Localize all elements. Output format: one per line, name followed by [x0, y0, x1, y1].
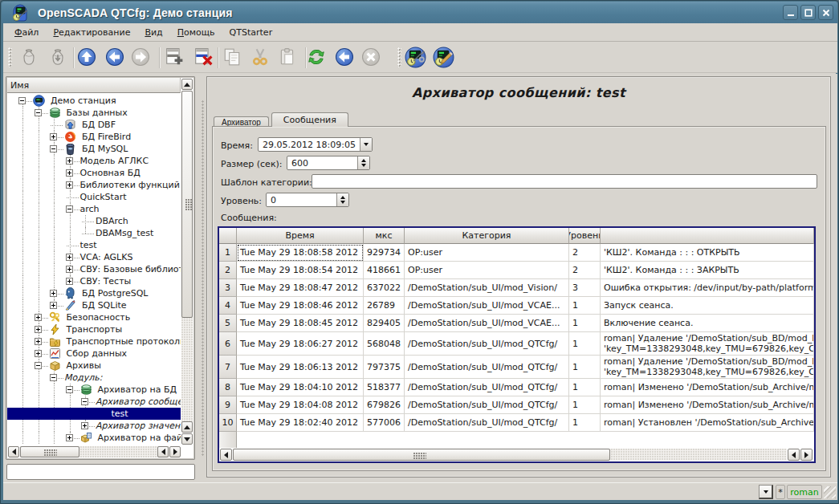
row-number[interactable]: 10	[219, 414, 237, 432]
table-column-col0[interactable]	[219, 228, 237, 244]
cell-level[interactable]: 1	[569, 332, 601, 356]
tree-expander-plus[interactable]	[66, 254, 73, 261]
time-field[interactable]: 29.05.2012 18:09:05	[258, 137, 373, 152]
tree-item-dbarch[interactable]: DBArch	[7, 215, 181, 227]
cell-message[interactable]: roman| Удаление '/DemoStation/sub_BD/mod…	[601, 356, 814, 379]
go-back-button[interactable]	[102, 44, 128, 70]
tree-item-бд-sqlite[interactable]: БД SQLite	[7, 299, 181, 311]
cut-item-button[interactable]	[247, 44, 273, 70]
cell-time[interactable]: Tue May 29 18:04:10 2012	[237, 379, 364, 396]
cell-category[interactable]: /DemoStation/sub_UI/mod_VCAE...	[405, 315, 569, 332]
tree-scroll-right-button[interactable]	[169, 446, 181, 457]
cell-usec[interactable]: 637022	[364, 279, 405, 297]
cell-time[interactable]: Tue May 29 18:08:58 2012	[237, 244, 364, 262]
toolbar-handle[interactable]	[8, 47, 12, 67]
row-number[interactable]: 5	[219, 315, 237, 332]
cell-time[interactable]: Tue May 29 18:08:47 2012	[237, 279, 364, 297]
cell-category[interactable]: OP:user	[405, 244, 569, 262]
tree-scroll-up-button2[interactable]	[181, 421, 193, 433]
tree-item-демо-станция[interactable]: Демо станция	[7, 95, 181, 107]
tree-horizontal-scrollbar[interactable]	[7, 446, 181, 458]
row-number[interactable]: 7	[219, 356, 237, 379]
tree-scroll-slider[interactable]	[181, 91, 193, 318]
tree-item-vca-aglks[interactable]: VCA: AGLKS	[7, 251, 181, 263]
tree-expander-plus[interactable]	[35, 338, 42, 345]
tree-expander-plus[interactable]	[66, 266, 73, 273]
menu-помощь[interactable]: Помощь	[170, 25, 222, 40]
item-add-button[interactable]	[161, 44, 187, 70]
cell-usec[interactable]: 568048	[364, 332, 405, 356]
stop-updating-button[interactable]	[358, 44, 384, 70]
table-scroll-right-button[interactable]	[800, 449, 813, 461]
cell-usec[interactable]: 577006	[364, 414, 405, 432]
tree-expander-plus[interactable]	[66, 278, 73, 285]
copy-item-button[interactable]	[219, 44, 245, 70]
tree-expander-plus[interactable]	[50, 133, 57, 140]
tree-item-архивы[interactable]: Архивы	[7, 360, 181, 372]
go-up-button[interactable]	[74, 44, 100, 70]
cell-message[interactable]: 'КШ2'. Команда : : : ОТКРЫТЬ	[601, 244, 814, 262]
tree-expander-plus[interactable]	[66, 169, 73, 177]
table-scroll-left-button[interactable]	[220, 449, 232, 461]
tree-item-архиватор-на-файловую-систему[interactable]: Архиватор на файловую систему	[7, 432, 181, 444]
close-button[interactable]	[818, 5, 833, 20]
table-row-6[interactable]: 6Tue May 29 18:06:27 2012568048/DemoStat…	[219, 332, 814, 356]
cell-time[interactable]: Tue May 29 18:06:27 2012	[237, 332, 364, 356]
tree-expander-minus[interactable]	[50, 145, 57, 152]
table-row-7[interactable]: 7Tue May 29 18:06:13 2012797375/DemoStat…	[219, 356, 814, 379]
cell-message[interactable]: roman| Удаление '/DemoStation/sub_BD/mod…	[601, 332, 814, 356]
panel-splitter[interactable]	[196, 76, 206, 469]
tree-expander-plus[interactable]	[66, 157, 73, 165]
tree-expander-plus[interactable]	[66, 434, 73, 441]
tree-expander-plus[interactable]	[35, 314, 42, 321]
tree-item-модуль-[interactable]: Модуль:	[7, 372, 181, 384]
cell-time[interactable]: Tue May 29 18:08:46 2012	[237, 297, 364, 315]
statusbar-user[interactable]: roman	[787, 485, 822, 499]
tree-item-test[interactable]: test	[7, 239, 181, 251]
tree-item-модель-аглкс[interactable]: Модель АГЛКС	[7, 155, 181, 167]
tree-expander-minus[interactable]	[66, 205, 73, 213]
tree-item-test[interactable]: test	[7, 408, 181, 420]
table-column-Уровень[interactable]: Уровень	[569, 228, 601, 244]
row-number[interactable]: 2	[219, 262, 237, 279]
cell-category[interactable]: OP:user	[405, 262, 569, 279]
row-number[interactable]: 9	[219, 396, 237, 414]
cell-usec[interactable]: 797375	[364, 356, 405, 379]
tree-scroll-up-button[interactable]	[181, 79, 193, 90]
cell-usec[interactable]: 929734	[364, 244, 405, 262]
qtcfg-starter-button[interactable]	[403, 44, 429, 70]
maximize-button[interactable]	[800, 5, 816, 20]
cell-usec[interactable]: 679826	[364, 396, 405, 414]
size-field[interactable]: 600	[287, 156, 370, 170]
cell-message[interactable]: Ошибка открытия: /dev/input/by-path/plat…	[601, 279, 814, 297]
cell-level[interactable]: 1	[569, 315, 601, 332]
cell-category[interactable]: /DemoStation/sub_UI/mod_QTCfg/	[405, 356, 569, 379]
tree-expander-minus[interactable]	[35, 362, 42, 369]
tree-item-библиотеки-функций[interactable]: Библиотеки функций	[7, 179, 181, 191]
cell-message[interactable]: roman| Изменено '/DemoStation/sub_Archiv…	[601, 379, 814, 396]
cell-category[interactable]: /DemoStation/sub_UI/mod_Vision/	[405, 279, 569, 297]
cell-category[interactable]: /DemoStation/sub_UI/mod_QTCfg/	[405, 396, 569, 414]
category-template-field[interactable]	[312, 174, 817, 189]
cell-time[interactable]: Tue May 29 18:08:54 2012	[237, 262, 364, 279]
table-scroll-left-button2[interactable]	[788, 449, 800, 461]
size-spin-buttons[interactable]	[357, 156, 369, 169]
cell-level[interactable]: 1	[569, 396, 601, 414]
cell-usec[interactable]: 26789	[364, 297, 405, 315]
level-spin-buttons[interactable]	[336, 193, 348, 206]
row-number[interactable]: 6	[219, 332, 237, 356]
tree-expander-minus[interactable]	[18, 97, 26, 104]
tab-сообщения[interactable]: Сообщения	[271, 112, 348, 127]
table-row-2[interactable]: 2Tue May 29 18:08:54 2012418661OP:user2'…	[219, 262, 814, 279]
start-updating-button[interactable]	[332, 44, 357, 70]
vision-starter-button[interactable]	[431, 44, 457, 70]
tree-item-базы-данных[interactable]: Базы данных	[7, 107, 181, 119]
tree-expander-minus[interactable]	[35, 109, 42, 116]
tree-scroll-left-button[interactable]	[8, 446, 19, 457]
table-row-8[interactable]: 8Tue May 29 18:04:10 2012518377/DemoStat…	[219, 379, 814, 396]
tree-expander-plus[interactable]	[81, 422, 88, 429]
tree-vertical-scrollbar[interactable]	[181, 78, 193, 446]
cell-usec[interactable]: 418661	[364, 262, 405, 279]
cell-category[interactable]: /DemoStation/sub_UI/mod_QTCfg/	[405, 379, 569, 396]
qtstarter-toolbar-handle[interactable]	[397, 47, 401, 67]
